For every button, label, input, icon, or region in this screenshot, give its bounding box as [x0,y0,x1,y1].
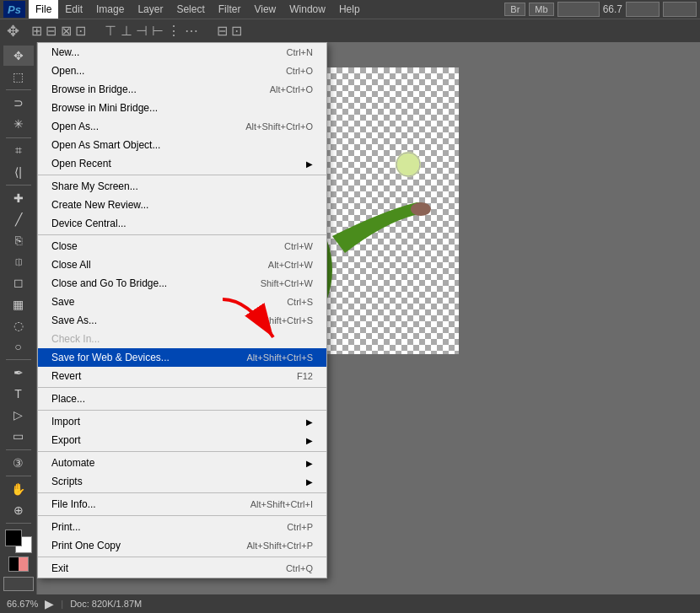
separator-5 [38,451,326,452]
menu-item-save[interactable]: Save Ctrl+S [38,293,326,311]
zoom-percent: 66.7 [603,3,622,15]
tool-history[interactable]: ⎅ [3,251,34,272]
menu-help[interactable]: Help [332,0,367,19]
menu-item-open-recent[interactable]: Open Recent ▶ [38,154,326,173]
tool-gradient[interactable]: ▦ [3,293,34,314]
menu-item-device-central[interactable]: Device Central... [38,214,326,233]
menu-item-scripts[interactable]: Scripts ▶ [38,472,326,491]
options-align-icons: ⊤ ⊥ ⊣ ⊢ ⋮ ⋯ [105,23,197,39]
svg-point-11 [411,202,431,216]
menu-filter[interactable]: Filter [212,0,248,19]
options-icons: ⊞ ⊟ ⊠ ⊡ [31,23,86,39]
screen-mode[interactable] [3,577,34,591]
tool-sep-4 [6,359,31,360]
menu-item-exit[interactable]: Exit Ctrl+Q [38,559,326,578]
menu-bar-right: Br Mb 66.7 [504,2,697,17]
menu-item-close-all[interactable]: Close All Alt+Ctrl+W [38,255,326,274]
menu-view[interactable]: View [247,0,283,19]
menu-bar: Ps File Edit Image Layer Select Filter V… [0,0,700,19]
menu-item-open-smart[interactable]: Open As Smart Object... [38,136,326,154]
menu-item-open[interactable]: Open... Ctrl+O [38,62,326,80]
status-doc-info: Doc: 820K/1.87M [70,599,142,609]
tool-sep-7 [6,523,31,524]
color-swatches [3,530,34,553]
menu-item-save-web[interactable]: Save for Web & Devices... Alt+Shift+Ctrl… [38,348,326,367]
separator-3 [38,387,326,388]
main-layout: ✥ ⬚ ⊃ ✳ ⌗ ⟨| ✚ ╱ ⎘ ⎅ ◻ ▦ ◌ ○ ✒ T ▷ ▭ ③ ✋… [0,42,700,594]
tool-move[interactable]: ✥ [3,46,34,66]
tool-path-select[interactable]: ▷ [3,405,34,425]
bridge-btn[interactable]: Br [504,3,525,16]
tool-blur[interactable]: ◌ [3,315,34,336]
menu-item-share-screen[interactable]: Share My Screen... [38,177,326,196]
tool-text[interactable]: T [3,384,34,404]
options-tool-icon: ✥ [7,22,19,40]
menu-item-print[interactable]: Print... Ctrl+P [38,518,326,536]
menu-item-automate[interactable]: Automate ▶ [38,454,326,472]
tool-brush[interactable]: ╱ [3,209,34,229]
tool-magic-wand[interactable]: ✳ [3,114,34,134]
separator-8 [38,557,326,557]
file-dropdown-menu: New... Ctrl+N Open... Ctrl+O Browse in B… [37,42,327,578]
menu-item-browse-mini[interactable]: Browse in Mini Bridge... [38,99,326,117]
tool-eyedropper[interactable]: ⟨| [3,162,34,182]
menu-item-open-as[interactable]: Open As... Alt+Shift+Ctrl+O [38,117,326,136]
menu-item-save-as[interactable]: Save As... Shift+Ctrl+S [38,311,326,330]
tool-hand[interactable]: ✋ [3,479,34,499]
status-divider: | [61,599,63,609]
menu-image[interactable]: Image [89,0,131,19]
separator-1 [38,175,326,175]
menu-item-file-info[interactable]: File Info... Alt+Shift+Ctrl+I [38,495,326,514]
canvas-area: PEPSI BOOM BOOM [37,42,700,594]
tool-eraser[interactable]: ◻ [3,272,34,293]
tool-sep-2 [6,137,31,138]
tool-lasso[interactable]: ⊃ [3,93,34,113]
quick-mask[interactable] [3,556,34,573]
menu-select[interactable]: Select [170,0,211,19]
separator-2 [38,234,326,235]
menu-item-close[interactable]: Close Ctrl+W [38,237,326,255]
tool-zoom[interactable]: ⊕ [3,500,34,520]
tool-crop[interactable]: ⌗ [3,140,34,160]
tool-sep-6 [6,476,31,476]
mini-bridge-btn[interactable]: Mb [529,3,553,16]
tool-dodge[interactable]: ○ [3,336,34,357]
layout-btn[interactable] [626,2,660,17]
status-zoom: 66.67% [7,599,38,609]
svg-point-9 [396,152,421,177]
menu-item-print-one[interactable]: Print One Copy Alt+Shift+Ctrl+P [38,536,326,555]
menu-edit[interactable]: Edit [58,0,89,19]
status-bar: 66.67% ▶ | Doc: 820K/1.87M [0,594,700,613]
tool-3d[interactable]: ③ [3,452,34,472]
menu-item-revert[interactable]: Revert F12 [38,367,326,385]
tool-clone[interactable]: ⎘ [3,230,34,250]
tool-sep-1 [6,89,31,90]
menu-item-check-in: Check In... [38,330,326,348]
menu-file[interactable]: File [29,0,58,19]
options-bar: ✥ ⊞ ⊟ ⊠ ⊡ ⊤ ⊥ ⊣ ⊢ ⋮ ⋯ ⊟ ⊡ [0,19,700,42]
menu-item-new[interactable]: New... Ctrl+N [38,43,326,62]
menu-item-import[interactable]: Import ▶ [38,412,326,431]
toolbar: ✥ ⬚ ⊃ ✳ ⌗ ⟨| ✚ ╱ ⎘ ⎅ ◻ ▦ ◌ ○ ✒ T ▷ ▭ ③ ✋… [0,42,37,594]
menu-item-export[interactable]: Export ▶ [38,431,326,449]
tool-pen[interactable]: ✒ [3,363,34,383]
menu-layer[interactable]: Layer [131,0,170,19]
tool-shape[interactable]: ▭ [3,426,34,446]
separator-4 [38,410,326,411]
status-arrow-btn[interactable]: ▶ [45,597,54,610]
zoom-dropdown[interactable] [557,2,600,17]
foreground-swatch[interactable] [5,530,22,546]
ps-logo: Ps [3,1,25,18]
options-distribute-icons: ⊟ ⊡ [217,23,242,39]
tool-sep-5 [6,449,31,450]
tool-healing[interactable]: ✚ [3,188,34,208]
menu-item-create-review[interactable]: Create New Review... [38,196,326,214]
separator-7 [38,515,326,516]
workspace-btn[interactable] [663,2,697,17]
menu-item-place[interactable]: Place... [38,390,326,408]
menu-item-browse-bridge[interactable]: Browse in Bridge... Alt+Ctrl+O [38,80,326,99]
menu-item-close-go-bridge[interactable]: Close and Go To Bridge... Shift+Ctrl+W [38,274,326,293]
tool-marquee[interactable]: ⬚ [3,67,34,87]
tool-sep-3 [6,185,31,186]
menu-window[interactable]: Window [283,0,332,19]
